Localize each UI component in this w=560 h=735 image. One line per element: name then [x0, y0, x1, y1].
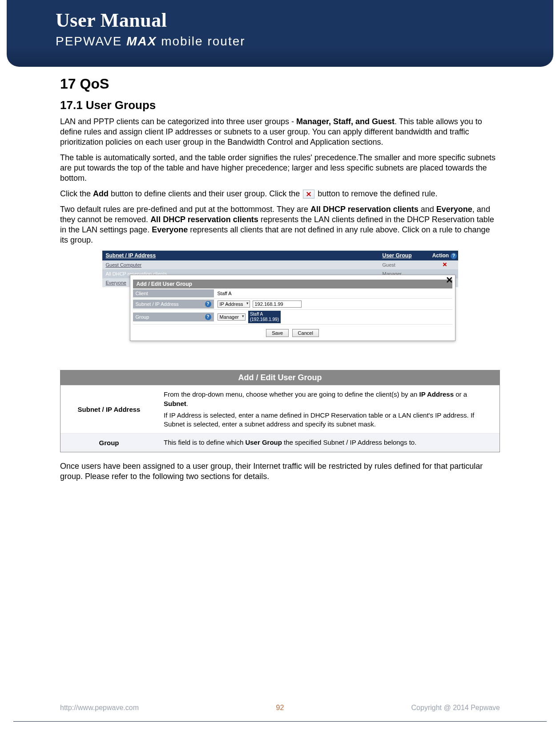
- brand-name: PEPWAVE: [56, 34, 122, 48]
- paragraph-2: The table is automatically sorted, and t…: [60, 153, 500, 183]
- table-row[interactable]: Guest Computer Guest: [102, 260, 458, 269]
- popup-row-subnet: Subnet / IP Address? IP Address 192.168.…: [133, 299, 452, 310]
- popup-row-group: Group? Manager Staff A (192.168.1.99): [133, 310, 452, 325]
- footer-page-number: 92: [262, 704, 298, 712]
- group-select[interactable]: Manager: [218, 313, 246, 321]
- manual-subtitle: PEPWAVE MAX mobile router: [56, 34, 553, 49]
- help-icon[interactable]: ?: [451, 253, 457, 259]
- footer-copyright: Copyright @ 2014 Pepwave: [298, 704, 500, 712]
- document-header: User Manual PEPWAVE MAX mobile router: [7, 0, 553, 67]
- cancel-button[interactable]: Cancel: [292, 329, 319, 337]
- subnet-type-select[interactable]: IP Address: [218, 300, 250, 308]
- footer-url: http://www.pepwave.com: [60, 704, 262, 712]
- delete-icon: [303, 190, 314, 199]
- col-action: Action?: [431, 252, 458, 259]
- tooltip: Staff A (192.168.1.99): [248, 311, 281, 323]
- popup-row-client: Client Staff A: [133, 288, 452, 299]
- client-value: Staff A: [218, 291, 232, 296]
- popup-title: Add / Edit User Group: [133, 280, 452, 288]
- section-heading: 17 QoS: [60, 76, 500, 92]
- save-button[interactable]: Save: [266, 329, 289, 337]
- paragraph-5: Once users have been assigned to a user …: [60, 461, 500, 482]
- paragraph-3: Click the Add button to define clients a…: [60, 189, 500, 199]
- page-footer: http://www.pepwave.com 92 Copyright @ 20…: [0, 704, 560, 712]
- manual-title: User Manual: [56, 9, 553, 32]
- col-subnet: Subnet / IP Address: [102, 252, 383, 259]
- col-user-group: User Group: [383, 252, 431, 259]
- description-table: Add / Edit User Group Subnet / IP Addres…: [60, 370, 500, 452]
- subnet-ip-input[interactable]: 192.168.1.99: [253, 300, 302, 308]
- delete-row-icon[interactable]: [442, 262, 447, 267]
- document-page: User Manual PEPWAVE MAX mobile router 17…: [0, 0, 560, 735]
- desc-table-title: Add / Edit User Group: [60, 370, 500, 385]
- paragraph-4: Two default rules are pre-defined and pu…: [60, 204, 500, 245]
- close-icon[interactable]: ✕: [446, 276, 453, 284]
- product-name: MAX: [126, 34, 157, 48]
- desc-row-subnet: Subnet / IP Address From the drop-down m…: [60, 385, 500, 433]
- help-icon[interactable]: ?: [205, 301, 211, 307]
- product-rest: mobile router: [161, 34, 245, 48]
- content-area: 17 QoS 17.1 User Groups LAN and PPTP cli…: [0, 67, 560, 482]
- edit-popup: ✕ Add / Edit User Group Client Staff A S…: [130, 275, 455, 341]
- subsection-heading: 17.1 User Groups: [60, 98, 500, 112]
- ui-screenshot: Subnet / IP Address User Group Action? G…: [60, 251, 500, 358]
- paragraph-1: LAN and PPTP clients can be categorized …: [60, 117, 500, 147]
- help-icon[interactable]: ?: [205, 314, 211, 320]
- desc-row-group: Group This field is to define which User…: [60, 433, 500, 451]
- footer-rule: [13, 721, 547, 722]
- table-header: Subnet / IP Address User Group Action?: [102, 251, 458, 260]
